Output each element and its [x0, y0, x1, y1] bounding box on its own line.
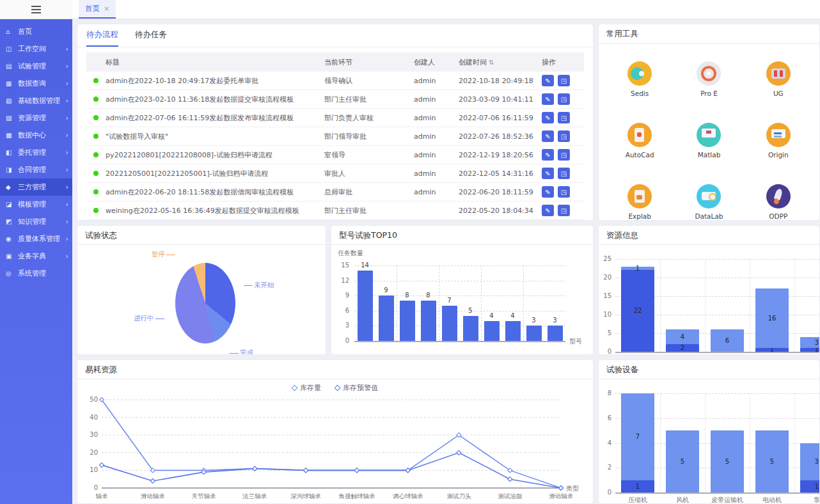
status-dot-cell	[86, 208, 106, 213]
sidebar-item-base-data-mgmt[interactable]: ▧基础数据管理›	[0, 92, 72, 109]
process-button[interactable]: ◳	[558, 168, 570, 179]
tool-autocad[interactable]: AutoCad	[605, 123, 674, 159]
tool-matlab[interactable]: Matlab	[674, 123, 743, 159]
sidebar-item-home[interactable]: ⌂首页	[0, 23, 72, 40]
row-title: admin在2022-07-06 16:11:59发起数据发布审核流程模板	[106, 113, 324, 123]
process-button[interactable]: ◳	[558, 112, 570, 123]
tool-explab[interactable]: Explab	[605, 184, 674, 220]
segment-value-label: 6	[711, 337, 744, 344]
col-operation: 操作	[542, 58, 584, 67]
sidebar-item-workspace[interactable]: ◫工作空间›	[0, 40, 72, 58]
edit-button[interactable]: ✎	[542, 112, 554, 123]
sidebar-collapse-button[interactable]	[0, 0, 72, 19]
bar	[526, 326, 542, 341]
tool-datalab[interactable]: DataLab	[674, 184, 743, 220]
svg-text:10: 10	[90, 467, 98, 474]
bar	[505, 321, 521, 341]
sidebar-item-quality-system-mgmt[interactable]: ◉质量体系管理›	[0, 230, 72, 248]
x-axis-title: 型号	[569, 337, 582, 346]
table-row[interactable]: admin在2022-06-20 18:11:58发起数据借阅审核流程模板总师审…	[86, 183, 584, 201]
tool-odpp[interactable]: ODPP	[744, 184, 813, 220]
sidebar-item-contract-mgmt[interactable]: ◨合同管理›	[0, 161, 72, 178]
svg-text:轴承: 轴承	[96, 492, 109, 500]
chevron-right-icon: ›	[66, 148, 68, 157]
tool-origin[interactable]: Origin	[744, 123, 813, 159]
tool-sedis[interactable]: Sedis	[605, 61, 674, 97]
status-dot-cell	[86, 152, 106, 157]
tool-name: DataLab	[695, 212, 723, 220]
bar	[484, 321, 500, 341]
x-axis-line	[354, 341, 565, 342]
edit-button[interactable]: ✎	[542, 205, 554, 216]
sidebar-item-commission-mgmt[interactable]: ◧委托管理›	[0, 144, 72, 161]
edit-button[interactable]: ✎	[542, 93, 554, 105]
main-area: 首页 × 待办流程 待办任务 标题当前环节创建人创建时间⇅操作admin在202…	[72, 0, 820, 504]
y-tick-label: 3	[335, 322, 349, 329]
table-row[interactable]: admin在2023-02-10 11:36:18发起数据提交审核流程模板部门主…	[86, 90, 584, 109]
todo-table-header: 标题当前环节创建人创建时间⇅操作	[86, 52, 584, 72]
legend-item-库存量[interactable]: 库存量	[292, 383, 321, 393]
table-row[interactable]: weining在2022-05-16 16:36:49发起数据提交审核流程模板部…	[86, 201, 584, 220]
svg-text:调心球轴承: 调心球轴承	[393, 492, 423, 500]
resources-title: 资源信息	[599, 226, 819, 245]
row-operations: ✎◳	[542, 168, 584, 179]
process-button[interactable]: ◳	[558, 93, 570, 105]
bar	[463, 316, 478, 341]
sidebar-item-test-mgmt[interactable]: ▤试验管理›	[0, 58, 72, 75]
chevron-right-icon: ›	[66, 131, 68, 139]
bar	[442, 306, 457, 341]
sidebar-item-data-query[interactable]: ▦数据查询›	[0, 75, 72, 92]
edit-button[interactable]: ✎	[542, 168, 554, 179]
process-button[interactable]: ◳	[558, 149, 570, 161]
leader-line	[230, 353, 239, 354]
knowledge-mgmt-icon: ◩	[6, 218, 15, 225]
table-row[interactable]: "试验数据导入审核"部门领导审批admin2022-07-26 18:52:36…	[86, 127, 584, 146]
tool-proe[interactable]: Pro E	[674, 61, 743, 97]
y-tick-label: 0	[335, 337, 349, 344]
process-button[interactable]: ◳	[558, 186, 570, 198]
tab-pending-processes[interactable]: 待办流程	[86, 24, 118, 47]
edit-button[interactable]: ✎	[542, 130, 554, 142]
chevron-right-icon: ›	[66, 183, 68, 191]
edit-button[interactable]: ✎	[542, 186, 554, 198]
table-row[interactable]: admin在2022-10-18 20:49:17发起委托单审批领导确认admi…	[86, 72, 584, 90]
equipment-panel: 试验设备 0246817压缩机5风机5皮带运输机5电动机13泵	[598, 359, 820, 504]
edit-button[interactable]: ✎	[542, 149, 554, 161]
sidebar-item-business-dict[interactable]: ▣业务字典›	[0, 248, 72, 265]
sidebar-item-system-mgmt[interactable]: ◎系统管理	[0, 265, 72, 282]
sidebar-item-knowledge-mgmt[interactable]: ◩知识管理›	[0, 213, 72, 230]
edit-button[interactable]: ✎	[542, 75, 554, 86]
tab-pending-tasks[interactable]: 待办任务	[135, 24, 167, 47]
legend-item-库存预警值[interactable]: 库存预警值	[335, 383, 378, 393]
tab-home-label: 首页	[85, 4, 100, 13]
process-button[interactable]: ◳	[558, 205, 570, 216]
tool-ug[interactable]: UG	[744, 61, 813, 97]
tab-close-icon[interactable]: ×	[104, 4, 109, 13]
sidebar-item-resource-mgmt[interactable]: ▨资源管理›	[0, 109, 72, 127]
sort-icon[interactable]: ⇅	[489, 59, 494, 66]
table-row[interactable]: 20221205001[20221205001]-试验归档申请流程审批人admi…	[86, 164, 584, 183]
gridline	[615, 259, 820, 260]
sidebar-item-third-party-mgmt[interactable]: ◆三方管理›	[0, 178, 72, 196]
process-button[interactable]: ◳	[558, 75, 570, 86]
sidebar-item-template-mgmt[interactable]: ◪模板管理›	[0, 196, 72, 213]
svg-text:关节轴承: 关节轴承	[192, 492, 217, 500]
tab-home[interactable]: 首页 ×	[79, 0, 116, 19]
svg-text:20: 20	[90, 449, 98, 456]
x-tick-label: 皮带运输机	[705, 496, 750, 504]
row-step: 总师审批	[324, 187, 414, 197]
row-step: 部门领导审批	[324, 132, 414, 141]
y-tick-label: 8	[598, 390, 611, 397]
status-dot	[93, 171, 99, 176]
autocad-icon	[627, 123, 652, 147]
table-row[interactable]: admin在2022-07-06 16:11:59发起数据发布审核流程模板部门负…	[86, 109, 584, 127]
sidebar-item-label: 工作空间	[18, 44, 66, 54]
equipment-bar-chart: 0246817压缩机5风机5皮带运输机5电动机13泵	[599, 379, 819, 503]
chevron-right-icon: ›	[66, 79, 68, 88]
chevron-right-icon: ›	[66, 166, 68, 174]
status-dot-cell	[86, 171, 106, 176]
sidebar-item-data-center[interactable]: ▩数据中心›	[0, 127, 72, 144]
tabbar: 首页 ×	[72, 0, 820, 19]
table-row[interactable]: py2022120801[20221208008]-试验归档申请流程室领导adm…	[86, 146, 584, 164]
process-button[interactable]: ◳	[558, 130, 570, 142]
